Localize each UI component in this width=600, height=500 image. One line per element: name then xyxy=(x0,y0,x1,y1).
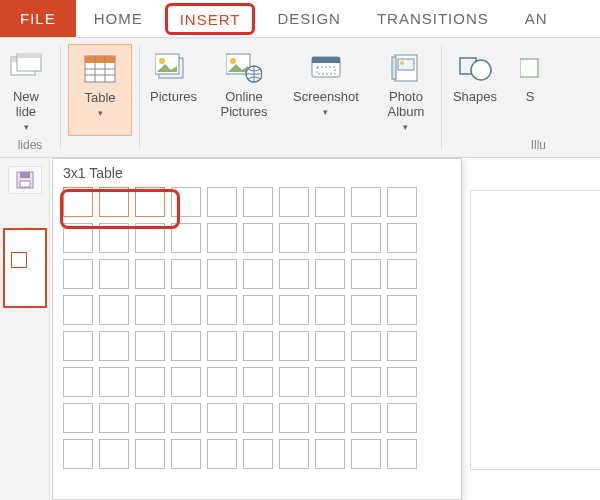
table-grid-cell[interactable] xyxy=(351,259,381,289)
table-grid-cell[interactable] xyxy=(171,187,201,217)
table-grid-cell[interactable] xyxy=(315,223,345,253)
table-grid-cell[interactable] xyxy=(351,367,381,397)
photo-album-button[interactable]: PhotoAlbum ▾ xyxy=(371,44,441,136)
table-grid-cell[interactable] xyxy=(207,223,237,253)
table-grid-cell[interactable] xyxy=(63,367,93,397)
table-grid-cell[interactable] xyxy=(243,259,273,289)
table-grid-cell[interactable] xyxy=(351,439,381,469)
shapes-label: Shapes xyxy=(453,90,497,105)
table-grid-cell[interactable] xyxy=(279,367,309,397)
table-grid-cell[interactable] xyxy=(387,259,417,289)
smartart-button[interactable]: S xyxy=(508,44,548,136)
table-grid-cell[interactable] xyxy=(315,295,345,325)
table-grid-cell[interactable] xyxy=(279,439,309,469)
online-pictures-button[interactable]: OnlinePictures xyxy=(207,44,281,136)
table-grid-cell[interactable] xyxy=(279,403,309,433)
table-grid-cell[interactable] xyxy=(387,367,417,397)
table-grid-cell[interactable] xyxy=(315,367,345,397)
table-grid-cell[interactable] xyxy=(135,223,165,253)
table-grid-cell[interactable] xyxy=(171,295,201,325)
table-grid-cell[interactable] xyxy=(171,331,201,361)
table-grid-cell[interactable] xyxy=(243,403,273,433)
table-grid-cell[interactable] xyxy=(315,259,345,289)
table-grid-cell[interactable] xyxy=(351,223,381,253)
table-grid-cell[interactable] xyxy=(207,259,237,289)
table-grid-cell[interactable] xyxy=(387,223,417,253)
table-grid-cell[interactable] xyxy=(135,331,165,361)
table-grid-cell[interactable] xyxy=(207,403,237,433)
table-grid-cell[interactable] xyxy=(171,403,201,433)
table-grid-cell[interactable] xyxy=(63,331,93,361)
table-grid-cell[interactable] xyxy=(351,295,381,325)
table-grid-cell[interactable] xyxy=(243,331,273,361)
table-grid-cell[interactable] xyxy=(99,367,129,397)
tab-animations[interactable]: AN xyxy=(507,0,547,37)
table-grid-cell[interactable] xyxy=(135,259,165,289)
table-grid-cell[interactable] xyxy=(243,295,273,325)
tab-home[interactable]: HOME xyxy=(76,0,161,37)
table-grid-cell[interactable] xyxy=(135,403,165,433)
table-grid-cell[interactable] xyxy=(63,259,93,289)
tab-design[interactable]: DESIGN xyxy=(259,0,359,37)
tab-file[interactable]: FILE xyxy=(0,0,76,37)
table-grid-cell[interactable] xyxy=(279,223,309,253)
table-grid-cell[interactable] xyxy=(387,187,417,217)
table-grid-cell[interactable] xyxy=(207,187,237,217)
table-grid-cell[interactable] xyxy=(171,223,201,253)
table-grid-cell[interactable] xyxy=(243,367,273,397)
table-grid-cell[interactable] xyxy=(135,367,165,397)
table-grid-cell[interactable] xyxy=(351,187,381,217)
table-grid-cell[interactable] xyxy=(279,187,309,217)
table-grid-cell[interactable] xyxy=(99,259,129,289)
caret-icon: ▾ xyxy=(24,122,29,132)
new-slide-button[interactable]: Newlide ▾ xyxy=(5,44,55,136)
table-grid-cell[interactable] xyxy=(99,403,129,433)
table-grid-cell[interactable] xyxy=(279,259,309,289)
table-grid-cell[interactable] xyxy=(99,187,129,217)
table-grid-cell[interactable] xyxy=(387,295,417,325)
table-button[interactable]: Table ▾ xyxy=(68,44,132,136)
slide-thumbnail[interactable] xyxy=(3,228,47,308)
table-grid-cell[interactable] xyxy=(243,223,273,253)
table-grid-cell[interactable] xyxy=(63,223,93,253)
table-grid-cell[interactable] xyxy=(63,403,93,433)
table-grid-cell[interactable] xyxy=(171,439,201,469)
slide-canvas[interactable] xyxy=(470,190,600,470)
table-grid-cell[interactable] xyxy=(135,187,165,217)
table-grid-cell[interactable] xyxy=(99,223,129,253)
table-grid-cell[interactable] xyxy=(207,367,237,397)
table-grid-cell[interactable] xyxy=(387,403,417,433)
table-grid-cell[interactable] xyxy=(135,295,165,325)
table-grid-cell[interactable] xyxy=(171,259,201,289)
shapes-button[interactable]: Shapes xyxy=(442,44,508,136)
table-grid-cell[interactable] xyxy=(99,439,129,469)
table-grid-cell[interactable] xyxy=(135,439,165,469)
table-grid-cell[interactable] xyxy=(315,331,345,361)
table-grid-cell[interactable] xyxy=(243,439,273,469)
table-grid-cell[interactable] xyxy=(315,439,345,469)
table-grid-cell[interactable] xyxy=(315,187,345,217)
screenshot-button[interactable]: Screenshot ▾ xyxy=(281,44,371,136)
table-grid-cell[interactable] xyxy=(63,439,93,469)
pictures-button[interactable]: Pictures xyxy=(140,44,207,136)
table-grid-cell[interactable] xyxy=(63,295,93,325)
table-grid-cell[interactable] xyxy=(99,331,129,361)
table-grid-cell[interactable] xyxy=(351,331,381,361)
table-grid-cell[interactable] xyxy=(63,187,93,217)
table-grid-cell[interactable] xyxy=(207,439,237,469)
tab-insert[interactable]: INSERT xyxy=(165,3,256,35)
table-grid-cell[interactable] xyxy=(243,187,273,217)
tab-transitions[interactable]: TRANSITIONS xyxy=(359,0,507,37)
table-grid-cell[interactable] xyxy=(171,367,201,397)
table-grid-cell[interactable] xyxy=(99,295,129,325)
table-grid-cell[interactable] xyxy=(387,439,417,469)
table-grid-cell[interactable] xyxy=(279,295,309,325)
table-size-grid[interactable] xyxy=(53,187,461,469)
table-grid-cell[interactable] xyxy=(279,331,309,361)
table-grid-cell[interactable] xyxy=(207,331,237,361)
table-grid-cell[interactable] xyxy=(207,295,237,325)
table-grid-cell[interactable] xyxy=(315,403,345,433)
table-grid-cell[interactable] xyxy=(387,331,417,361)
table-grid-cell[interactable] xyxy=(351,403,381,433)
save-icon[interactable] xyxy=(8,166,42,194)
